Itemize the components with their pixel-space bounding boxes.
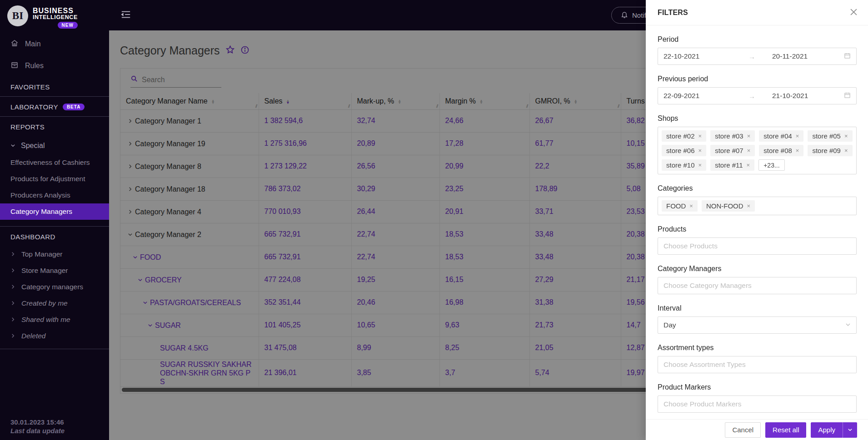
close-icon[interactable] [850,9,857,17]
calendar-icon [844,52,851,61]
chevron-right-icon [10,267,15,275]
chip-label: store #08 [763,147,792,154]
product-markers-input[interactable] [663,400,851,408]
sidebar-item-main[interactable]: Main [0,33,109,55]
chip-remove-icon[interactable]: × [796,133,799,139]
chip-remove-icon[interactable]: × [796,147,799,154]
category-managers-input[interactable] [663,282,851,290]
sidebar: BI BUSINESS INTELLIGENCE NEW Main Rules … [0,0,109,440]
chip-label: NON-FOOD [706,202,743,210]
assortment-types-select[interactable] [658,356,857,373]
sidebar-dashboard-item[interactable]: Created by me [0,295,109,311]
chip-label: store #09 [812,147,841,154]
cancel-button[interactable]: Cancel [725,422,761,438]
product-markers-label: Product Markers [658,383,857,391]
chevron-down-icon [845,321,851,329]
chip-label: store #04 [763,132,792,140]
shops-label: Shops [658,114,857,123]
chip-label: store #10 [666,161,695,169]
period-range-input[interactable]: → [658,48,857,65]
reset-all-button[interactable]: Reset all [765,422,806,438]
rules-icon [10,61,19,71]
filter-chip: store #06× [662,145,706,156]
arrow-right-icon: → [732,53,772,60]
shops-multiselect[interactable]: store #02×store #03×store #04×store #05×… [658,127,857,174]
reports-group-special[interactable]: Special [0,136,109,154]
filter-chip: store #02× [662,130,706,142]
sidebar-report-item[interactable]: Effectiveness of Cashiers [0,154,109,171]
chip-label: store #07 [715,147,743,154]
sidebar-item-rules[interactable]: Rules [0,55,109,77]
categories-label: Categories [658,184,857,193]
sidebar-dashboard-item[interactable]: Category managers [0,279,109,295]
app-logo[interactable]: BI BUSINESS INTELLIGENCE NEW [0,0,109,33]
category-managers-select[interactable] [658,277,857,294]
sidebar-dashboard-item[interactable]: Store Manager [0,262,109,279]
previous-period-label: Previous period [658,75,857,83]
sidebar-item-label: Deleted [21,332,45,340]
categories-multiselect[interactable]: FOOD×NON-FOOD× [658,197,857,215]
period-label: Period [658,35,857,44]
filter-chip: NON-FOOD× [702,200,755,212]
chip-remove-icon[interactable]: × [747,147,751,154]
chip-remove-icon[interactable]: × [844,147,848,154]
interval-value: Day [663,321,676,329]
sidebar-report-item[interactable]: Producers Analysis [0,187,109,203]
apply-button[interactable]: Apply [811,422,843,438]
bell-icon [621,11,628,20]
previous-period-range-input[interactable]: → [658,87,857,104]
filter-chip: store #11× [710,159,754,171]
filter-chip: store #05× [808,130,852,142]
chip-remove-icon[interactable]: × [747,203,751,209]
filter-chip: store #03× [710,130,755,142]
last-update-datetime: 30.01.2023 15:46 [10,418,102,426]
logo-line2: INTELLIGENCE [33,15,78,20]
chip-remove-icon[interactable]: × [698,162,702,168]
filter-chip: store #04× [759,130,803,142]
new-badge: NEW [58,22,78,29]
favorites-header[interactable]: FAVORITES [0,77,109,96]
filter-chip: store #07× [710,145,755,156]
laboratory-header[interactable]: LABORATORY BETA [0,97,109,116]
filter-chip: store #09× [808,145,852,156]
assortment-types-label: Assortment types [658,344,857,352]
products-select[interactable] [658,237,857,255]
sidebar-item-label: Created by me [21,299,68,307]
apply-dropdown-chevron-icon[interactable] [843,422,857,438]
home-icon [10,39,19,49]
filters-title: FILTERS [658,9,688,17]
category-managers-label: Category Managers [658,265,857,273]
chevron-down-icon [10,142,15,150]
filter-chip: store #08× [759,145,803,156]
previous-period-from-input[interactable] [663,92,732,100]
sidebar-dashboard-item[interactable]: Shared with me [0,311,109,328]
previous-period-to-input[interactable] [772,92,840,100]
sidebar-dashboard-item[interactable]: Top Manager [0,246,109,262]
chevron-right-icon [10,283,15,291]
assortment-types-input[interactable] [663,361,851,369]
sidebar-collapse-icon[interactable] [121,10,131,21]
dashboard-header: DASHBOARD [0,227,109,246]
product-markers-select[interactable] [658,396,857,413]
period-to-input[interactable] [772,52,840,60]
chip-remove-icon[interactable]: × [698,133,702,139]
sidebar-report-item[interactable]: Products for Adjustment [0,171,109,187]
chevron-right-icon [10,316,15,324]
chip-remove-icon[interactable]: × [844,133,848,139]
products-label: Products [658,225,857,233]
chip-remove-icon[interactable]: × [747,162,750,168]
interval-select[interactable]: Day [658,316,857,334]
sidebar-report-item[interactable]: Category Managers [0,203,109,220]
shops-more-chip[interactable]: +23... [758,159,784,171]
chip-remove-icon[interactable]: × [689,203,693,209]
chevron-right-icon [10,250,15,258]
chip-remove-icon[interactable]: × [698,147,702,154]
products-input[interactable] [663,242,851,250]
logo-bi-icon: BI [7,5,28,26]
period-from-input[interactable] [663,52,732,60]
last-data-update: 30.01.2023 15:46 Last data update [0,412,109,440]
chip-label: FOOD [666,202,686,210]
sidebar-dashboard-item[interactable]: Deleted [0,328,109,344]
sidebar-item-label: Shared with me [21,316,70,324]
chip-remove-icon[interactable]: × [747,133,751,139]
